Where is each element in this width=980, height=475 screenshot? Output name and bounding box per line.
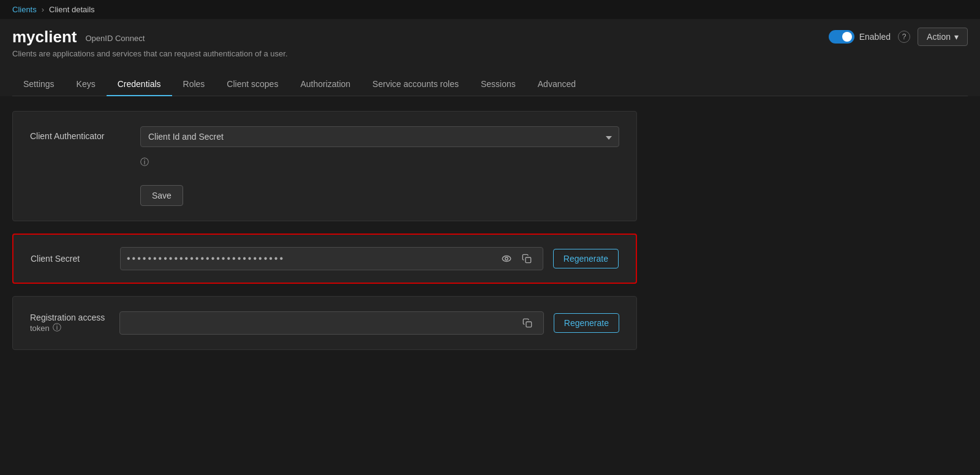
svg-rect-3: [526, 322, 532, 327]
registration-token-label2: token: [30, 324, 50, 333]
registration-token-label: Registration access: [30, 313, 110, 322]
authenticator-label: Client Authenticator: [30, 126, 128, 141]
main-content: Client Authenticator Client Id and Secre…: [0, 96, 980, 377]
tab-keys[interactable]: Keys: [66, 73, 107, 96]
registration-token-section-card: Registration access token ⓘ Regenerate: [12, 296, 637, 350]
regenerate-secret-button[interactable]: Regenerate: [553, 249, 619, 268]
enabled-toggle[interactable]: Enabled: [829, 30, 891, 44]
authenticator-help-icon[interactable]: ⓘ: [140, 157, 149, 168]
eye-icon: [501, 253, 512, 264]
registration-token-input-wrapper: [119, 311, 544, 335]
tab-advanced[interactable]: Advanced: [527, 73, 587, 96]
client-secret-label: Client Secret: [31, 254, 110, 264]
breadcrumb-parent[interactable]: Clients: [12, 5, 37, 14]
copy-token-button[interactable]: [518, 316, 537, 330]
tabs-row: Settings Keys Credentials Roles Client s…: [12, 73, 968, 96]
copy-icon: [522, 254, 532, 264]
tab-authorization[interactable]: Authorization: [289, 73, 361, 96]
svg-rect-2: [526, 257, 531, 263]
header-controls: Enabled ? Action ▾: [829, 28, 968, 46]
tab-sessions[interactable]: Sessions: [470, 73, 527, 96]
registration-token-help-icon[interactable]: ⓘ: [53, 322, 61, 333]
client-name: myclient: [12, 28, 77, 47]
save-button[interactable]: Save: [140, 185, 183, 206]
client-secret-dots: ••••••••••••••••••••••••••••••: [127, 253, 496, 264]
regenerate-token-button[interactable]: Regenerate: [554, 313, 619, 333]
top-bar: Clients › Client details: [0, 0, 980, 19]
action-button[interactable]: Action ▾: [918, 28, 968, 46]
tab-service-accounts-roles[interactable]: Service accounts roles: [361, 73, 470, 96]
toggle-visibility-button[interactable]: [496, 251, 517, 267]
svg-point-0: [502, 256, 511, 262]
copy-token-icon: [522, 318, 532, 328]
breadcrumb: Clients › Client details: [12, 5, 95, 14]
enabled-label: Enabled: [859, 32, 891, 42]
client-secret-input-wrapper: ••••••••••••••••••••••••••••••: [120, 247, 543, 270]
help-button[interactable]: ?: [898, 31, 910, 43]
tab-settings[interactable]: Settings: [12, 73, 66, 96]
client-secret-section-card: Client Secret ••••••••••••••••••••••••••…: [12, 234, 637, 284]
action-label: Action: [927, 32, 951, 42]
breadcrumb-current: Client details: [49, 5, 94, 14]
copy-secret-button[interactable]: [517, 251, 537, 266]
action-arrow-icon: ▾: [954, 32, 959, 42]
authenticator-section-card: Client Authenticator Client Id and Secre…: [12, 111, 637, 221]
tab-credentials[interactable]: Credentials: [107, 73, 172, 96]
tab-roles[interactable]: Roles: [172, 73, 216, 96]
authenticator-select[interactable]: Client Id and Secret: [140, 126, 619, 147]
svg-point-1: [505, 257, 508, 260]
tab-client-scopes[interactable]: Client scopes: [216, 73, 289, 96]
client-description: Clients are applications and services th…: [12, 49, 829, 58]
header-section: myclient OpenID Connect Clients are appl…: [0, 19, 980, 96]
breadcrumb-separator: ›: [42, 5, 44, 14]
client-type-badge: OpenID Connect: [86, 34, 145, 43]
